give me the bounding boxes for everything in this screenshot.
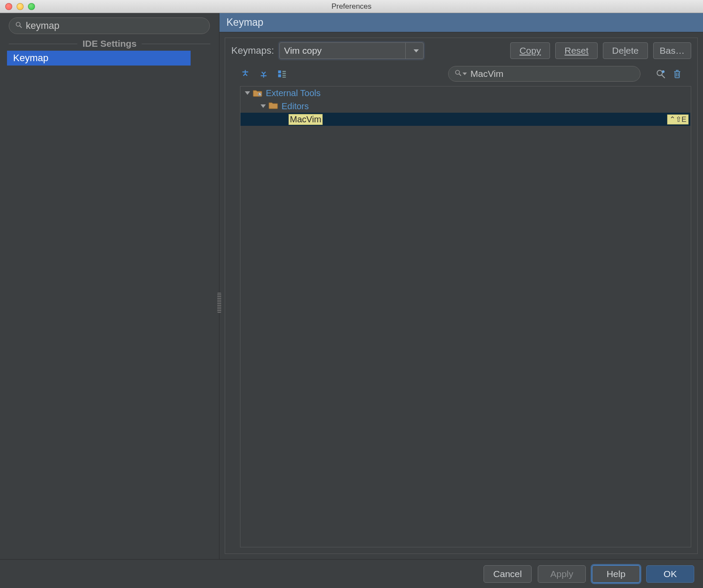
disclosure-triangle-icon[interactable] bbox=[245, 91, 250, 95]
titlebar: Preferences bbox=[0, 0, 703, 13]
tree-toolbar: MacVim bbox=[225, 63, 697, 86]
keymap-toolbar: Keymaps: Vim copy Copy Reset Delete Bas… bbox=[225, 38, 697, 63]
panel-title: Keymap bbox=[219, 13, 703, 32]
reset-button-label: Reset bbox=[564, 45, 588, 55]
svg-point-8 bbox=[662, 70, 665, 73]
section-header-label: IDE Settings bbox=[77, 38, 142, 49]
settings-search-input[interactable]: keymap bbox=[9, 17, 210, 34]
tree-node-label: Editors bbox=[282, 101, 309, 111]
svg-rect-2 bbox=[278, 70, 281, 73]
tree-node-external-tools[interactable]: External Tools bbox=[240, 86, 691, 100]
copy-button[interactable]: Copy bbox=[510, 42, 550, 59]
cancel-button[interactable]: Cancel bbox=[484, 565, 532, 583]
expand-all-button[interactable] bbox=[240, 69, 251, 79]
chevron-down-icon bbox=[414, 49, 419, 52]
window-title: Preferences bbox=[0, 2, 703, 11]
sidebar: keymap IDE Settings Keymap bbox=[0, 13, 219, 559]
svg-line-1 bbox=[20, 26, 21, 28]
apply-button[interactable]: Apply bbox=[538, 565, 586, 583]
content: keymap IDE Settings Keymap Keymap Keymap… bbox=[0, 13, 703, 559]
tree-node-editors[interactable]: Editors bbox=[240, 100, 691, 113]
svg-line-7 bbox=[662, 75, 665, 78]
find-by-shortcut-button[interactable] bbox=[655, 69, 666, 79]
tree-leaf-macvim[interactable]: MacVim ⌃⇧E bbox=[240, 113, 690, 126]
keymaps-label: Keymaps: bbox=[231, 45, 274, 56]
svg-rect-3 bbox=[278, 74, 281, 77]
disclosure-triangle-icon[interactable] bbox=[261, 104, 266, 108]
dialog-footer: Cancel Apply Help OK bbox=[0, 559, 703, 588]
main-panel: Keymap Keymaps: Vim copy Copy Reset Dele… bbox=[219, 13, 703, 559]
tree-node-label: External Tools bbox=[266, 88, 320, 98]
trash-button[interactable] bbox=[672, 69, 682, 79]
svg-line-5 bbox=[459, 74, 461, 76]
keymaps-dropdown-value: Vim copy bbox=[284, 45, 322, 56]
ok-button[interactable]: OK bbox=[646, 565, 694, 583]
action-search-value: MacVim bbox=[470, 69, 503, 79]
delete-button[interactable]: Delete bbox=[603, 42, 648, 59]
keymaps-dropdown[interactable]: Vim copy bbox=[279, 42, 424, 59]
search-icon bbox=[15, 21, 22, 31]
search-icon bbox=[455, 69, 462, 79]
external-tools-icon bbox=[253, 89, 262, 97]
search-history-icon[interactable] bbox=[463, 73, 467, 75]
folder-icon bbox=[268, 101, 278, 111]
tree-leaf-label: MacVim bbox=[289, 114, 323, 125]
action-search-input[interactable]: MacVim bbox=[448, 66, 640, 82]
collapse-all-button[interactable] bbox=[258, 69, 269, 79]
sidebar-item-keymap[interactable]: Keymap bbox=[7, 51, 191, 66]
settings-search-value: keymap bbox=[26, 20, 59, 31]
help-button[interactable]: Help bbox=[592, 565, 640, 583]
based-on-button-label: Bas… bbox=[660, 45, 685, 56]
panel-body: Keymaps: Vim copy Copy Reset Delete Bas… bbox=[225, 38, 698, 554]
based-on-button[interactable]: Bas… bbox=[653, 42, 691, 59]
keymap-tree[interactable]: External Tools Editors MacVim ⌃⇧E bbox=[240, 86, 691, 547]
reset-button[interactable]: Reset bbox=[555, 42, 598, 59]
shortcut-badge: ⌃⇧E bbox=[667, 114, 689, 125]
edit-shortcut-button[interactable] bbox=[277, 69, 287, 79]
sidebar-item-label: Keymap bbox=[13, 52, 49, 63]
copy-button-label: Copy bbox=[519, 45, 541, 55]
splitter-handle[interactable] bbox=[217, 293, 221, 313]
section-header: IDE Settings bbox=[9, 38, 210, 49]
